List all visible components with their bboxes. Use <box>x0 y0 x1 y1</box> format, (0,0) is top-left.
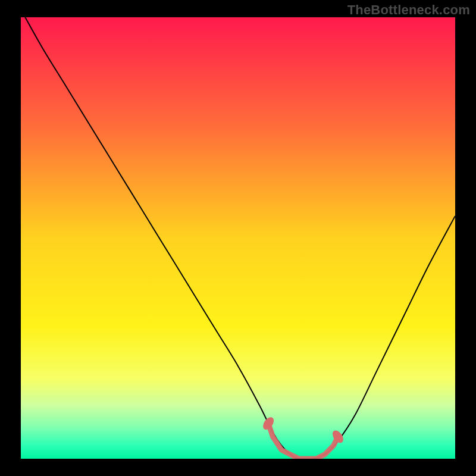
heat-background <box>21 17 455 459</box>
watermark-text: TheBottleneck.com <box>347 2 470 18</box>
bottleneck-chart <box>0 0 476 476</box>
chart-frame: TheBottleneck.com <box>0 0 476 476</box>
